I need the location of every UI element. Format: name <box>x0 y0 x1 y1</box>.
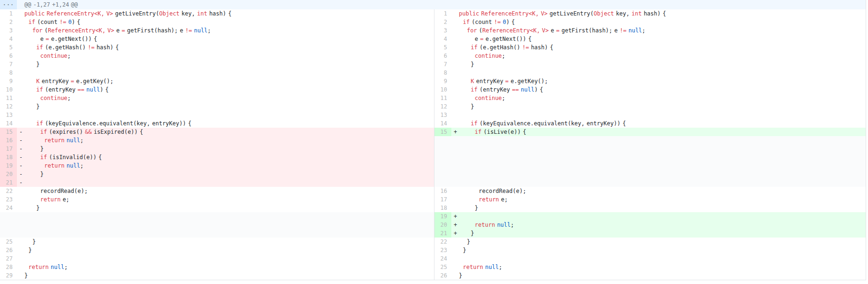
new-code-line: if (entryKey == null) { <box>451 85 866 94</box>
new-line-number[interactable]: 11 <box>434 94 451 102</box>
old-line-number <box>0 229 17 238</box>
new-line-number[interactable]: 16 <box>434 187 451 195</box>
new-line-number[interactable]: 19 <box>434 212 451 221</box>
addition-marker: + <box>454 221 457 229</box>
old-line-number[interactable]: 26 <box>0 246 17 254</box>
old-code-line: for (ReferenceEntry<K, V> e = getFirst(h… <box>17 26 434 35</box>
new-code-line: continue; <box>451 52 866 60</box>
diff-row: 15- if (expires() && isExpired(e)) {15+ … <box>0 128 866 136</box>
old-line-number[interactable]: 28 <box>0 263 17 271</box>
old-line-number[interactable]: 20 <box>0 170 17 178</box>
old-line-number[interactable]: 17 <box>0 145 17 153</box>
new-line-number[interactable]: 22 <box>434 238 451 246</box>
new-line-number[interactable]: 15 <box>434 128 451 136</box>
old-line-number[interactable]: 27 <box>0 254 17 263</box>
new-line-number[interactable]: 20 <box>434 221 451 229</box>
new-line-number[interactable]: 18 <box>434 204 451 212</box>
old-line-number[interactable]: 29 <box>0 271 17 280</box>
deletion-marker: - <box>19 145 23 153</box>
old-code-line: e = e.getNext()) { <box>17 35 434 43</box>
old-line-number[interactable]: 13 <box>0 111 17 119</box>
diff-row: 5 if (e.getHash() != hash) {5 if (e.getH… <box>0 43 866 52</box>
old-line-number[interactable]: 4 <box>0 35 17 43</box>
old-line-number[interactable]: 22 <box>0 187 17 195</box>
old-line-number[interactable]: 5 <box>0 43 17 52</box>
diff-row: 10 if (entryKey == null) {10 if (entryKe… <box>0 85 866 94</box>
diff-row: 7 }7 } <box>0 60 866 69</box>
new-line-number[interactable]: 17 <box>434 195 451 204</box>
new-line-number[interactable]: 5 <box>434 43 451 52</box>
new-code-line: continue; <box>451 94 866 102</box>
deletion-marker: - <box>19 178 23 187</box>
new-line-number[interactable]: 24 <box>434 254 451 263</box>
old-line-number[interactable]: 14 <box>0 119 17 128</box>
old-line-number[interactable]: 9 <box>0 77 17 85</box>
diff-row: 16- return null; <box>0 136 866 145</box>
new-line-number[interactable]: 21 <box>434 229 451 238</box>
old-code-line: } <box>17 238 434 246</box>
addition-marker: + <box>454 128 457 136</box>
old-line-number[interactable]: 23 <box>0 195 17 204</box>
new-code-line: recordRead(e); <box>451 187 866 195</box>
new-line-number[interactable]: 25 <box>434 263 451 271</box>
addition-marker: + <box>454 212 457 221</box>
new-line-number[interactable]: 6 <box>434 52 451 60</box>
expand-hunk-button[interactable]: ··· <box>0 0 17 9</box>
diff-rows: 1public ReferenceEntry<K, V> getLiveEntr… <box>0 9 866 280</box>
diff-row: 3 for (ReferenceEntry<K, V> e = getFirst… <box>0 26 866 35</box>
new-line-number[interactable]: 8 <box>434 69 451 77</box>
old-code-line: - } <box>17 145 434 153</box>
old-line-number[interactable]: 18 <box>0 153 17 161</box>
old-code-line: - return null; <box>17 136 434 145</box>
old-code-line: continue; <box>17 94 434 102</box>
new-code-line <box>451 161 866 170</box>
new-line-number[interactable]: 12 <box>434 102 451 111</box>
new-line-number[interactable]: 14 <box>434 119 451 128</box>
new-line-number[interactable]: 9 <box>434 77 451 85</box>
old-code-line <box>17 229 434 238</box>
diff-row: 25 }22 } <box>0 238 866 246</box>
old-code-line: - <box>17 178 434 187</box>
old-line-number[interactable]: 15 <box>0 128 17 136</box>
old-code-line <box>17 111 434 119</box>
new-code-line: return null; <box>451 263 866 271</box>
old-line-number[interactable]: 2 <box>0 18 17 26</box>
old-line-number[interactable]: 7 <box>0 60 17 69</box>
old-line-number[interactable]: 25 <box>0 238 17 246</box>
old-line-number[interactable]: 11 <box>0 94 17 102</box>
new-code-line: public ReferenceEntry<K, V> getLiveEntry… <box>451 9 866 18</box>
diff-row: 19+ <box>0 212 866 221</box>
new-line-number[interactable]: 23 <box>434 246 451 254</box>
new-line-number[interactable]: 1 <box>434 9 451 18</box>
old-line-number[interactable]: 6 <box>0 52 17 60</box>
diff-row: 28 return null;25 return null; <box>0 263 866 271</box>
old-code-line <box>17 221 434 229</box>
old-code-line: } <box>17 60 434 69</box>
old-code-line: - if (expires() && isExpired(e)) { <box>17 128 434 136</box>
new-code-line <box>451 178 866 187</box>
old-line-number[interactable]: 3 <box>0 26 17 35</box>
old-line-number[interactable]: 8 <box>0 69 17 77</box>
deletion-marker: - <box>19 128 23 136</box>
new-code-line <box>451 153 866 161</box>
hunk-header-row: ··· @@ -1,27 +1,24 @@ <box>0 0 866 9</box>
old-line-number[interactable]: 1 <box>0 9 17 18</box>
new-line-number[interactable]: 4 <box>434 35 451 43</box>
new-line-number[interactable]: 10 <box>434 85 451 94</box>
old-line-number[interactable]: 10 <box>0 85 17 94</box>
old-line-number[interactable]: 12 <box>0 102 17 111</box>
old-line-number[interactable]: 16 <box>0 136 17 145</box>
new-line-number[interactable]: 26 <box>434 271 451 280</box>
new-line-number[interactable]: 2 <box>434 18 451 26</box>
old-line-number[interactable]: 19 <box>0 161 17 170</box>
new-line-number[interactable]: 13 <box>434 111 451 119</box>
new-code-line: return e; <box>451 195 866 204</box>
new-line-number[interactable]: 3 <box>434 26 451 35</box>
old-code-line: } <box>17 271 434 280</box>
new-line-number[interactable]: 7 <box>434 60 451 69</box>
diff-row: 20- } <box>0 170 866 178</box>
diff-row: 22 recordRead(e);16 recordRead(e); <box>0 187 866 195</box>
new-code-line: } <box>451 204 866 212</box>
old-line-number[interactable]: 21 <box>0 178 17 187</box>
old-line-number[interactable]: 24 <box>0 204 17 212</box>
